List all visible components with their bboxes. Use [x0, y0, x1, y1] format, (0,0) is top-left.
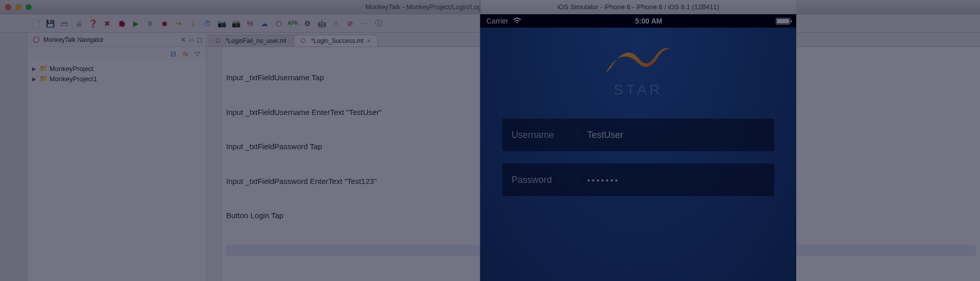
cloud-icon[interactable]: ☁	[259, 18, 270, 29]
collapse-all-icon[interactable]: ⊟	[168, 49, 178, 58]
password-input[interactable]: Password ●●●●●●●	[502, 163, 774, 196]
project-tree: ▶ 📁 MonkeyProject ▶ 📁 MonkeyProject1	[28, 60, 206, 87]
tree-item-project[interactable]: ▶ 📁 MonkeyProject	[28, 63, 206, 74]
ios-status-bar: Carrier 5:00 AM	[480, 14, 796, 28]
camera-icon[interactable]: 📷	[216, 18, 227, 29]
step-icon[interactable]: ↪	[174, 18, 184, 29]
project-folder-icon: 📁	[39, 75, 47, 83]
navigator-header: ⬡ MonkeyTalk Navigator ✕ ▭ ▢	[28, 33, 206, 47]
tab-label: *Login_Success.mt	[311, 37, 363, 44]
navigator-minmax: ▭ ▢	[189, 36, 202, 43]
hexagon-icon[interactable]: ⬡	[274, 18, 284, 29]
save-all-icon[interactable]: 🗃	[59, 18, 69, 29]
ios-simulator-window: iOS Simulator - iPhone 6 - iPhone 6 / iO…	[480, 0, 796, 281]
debug-icon[interactable]: 🐞	[116, 18, 127, 29]
apk-icon[interactable]: APK	[288, 18, 298, 29]
warning-icon[interactable]: ⚠	[331, 18, 341, 29]
maximize-view-icon[interactable]: ▢	[197, 36, 202, 43]
battery-icon	[776, 18, 790, 25]
tab-label: *LoginFail_no_user.mt	[226, 37, 286, 44]
link-editor-icon[interactable]: ⇆	[181, 49, 190, 58]
more-icon[interactable]: ⋯	[359, 18, 370, 29]
print-icon[interactable]: 🖨	[74, 18, 84, 29]
play-icon[interactable]: ▶	[131, 18, 141, 29]
username-value: TestUser	[578, 130, 765, 140]
file-icon: ⬡	[215, 37, 223, 44]
navigator-close-icon[interactable]: ✕	[181, 36, 186, 43]
snapshot-icon[interactable]: 📸	[231, 18, 241, 29]
file-icon: ⬡	[301, 37, 308, 44]
app-screen: STAR Username TestUser Password ●●●●●●●	[480, 28, 796, 281]
help-icon[interactable]: ❓	[88, 18, 98, 29]
pause-icon[interactable]: ⏸	[145, 18, 155, 29]
expand-arrow-icon[interactable]: ▶	[32, 66, 37, 72]
username-row: Username TestUser	[502, 119, 774, 151]
record-icon[interactable]: ⏺	[159, 18, 169, 29]
carrier-label: Carrier	[486, 17, 508, 25]
percent-icon[interactable]: %	[245, 18, 255, 29]
password-row: Password ●●●●●●●	[502, 163, 774, 196]
editor-tab-loginsuccess[interactable]: ⬡ *Login_Success.mt ✕	[294, 35, 378, 46]
star-swoosh-icon	[603, 43, 674, 79]
left-gutter	[0, 33, 28, 281]
app-brand-text: STAR	[614, 82, 663, 98]
save-icon[interactable]: 💾	[45, 18, 55, 29]
tree-item-project[interactable]: ▶ 📁 MonkeyProject1	[28, 74, 206, 84]
timer-icon[interactable]: ⏱	[202, 18, 212, 29]
settings-icon[interactable]: ⚙	[302, 18, 312, 29]
password-value: ●●●●●●●	[578, 177, 765, 183]
simulator-title: iOS Simulator - iPhone 6 - iPhone 6 / iO…	[480, 0, 796, 14]
username-label: Username	[511, 130, 578, 140]
line-gutter	[207, 47, 222, 281]
tab-close-icon[interactable]: ✕	[366, 38, 371, 44]
monkeytalk-icon: ⬡	[32, 36, 40, 44]
android-icon[interactable]: 🤖	[316, 18, 327, 29]
status-time: 5:00 AM	[522, 17, 776, 25]
device-screen: Carrier 5:00 AM	[480, 14, 796, 281]
expand-arrow-icon[interactable]: ▶	[32, 76, 37, 82]
username-input[interactable]: Username TestUser	[502, 119, 774, 151]
new-icon[interactable]: 📄	[31, 18, 41, 29]
view-menu-icon[interactable]: ▽	[193, 49, 202, 58]
navigator-title: MonkeyTalk Navigator	[43, 36, 176, 43]
navigator-toolbar: ⊟ ⇆ ▽	[28, 47, 206, 60]
wifi-icon	[512, 17, 522, 26]
cancel-icon[interactable]: ⊘	[345, 18, 355, 29]
editor-tab-loginfail[interactable]: ⬡ *LoginFail_no_user.mt	[209, 35, 293, 46]
tree-item-label: MonkeyProject1	[50, 75, 97, 83]
stop-icon[interactable]: ✖	[102, 18, 112, 29]
app-logo: STAR	[603, 43, 674, 98]
navigator-panel: ⬡ MonkeyTalk Navigator ✕ ▭ ▢ ⊟ ⇆ ▽ ▶ 📁 M…	[28, 33, 207, 281]
info-icon[interactable]: ⓘ	[374, 18, 384, 29]
tree-item-label: MonkeyProject	[50, 65, 93, 73]
minimize-view-icon[interactable]: ▭	[189, 36, 194, 43]
step-over-icon[interactable]: ⤵	[188, 18, 198, 29]
password-label: Password	[511, 175, 578, 185]
project-folder-icon: 📁	[39, 64, 47, 73]
